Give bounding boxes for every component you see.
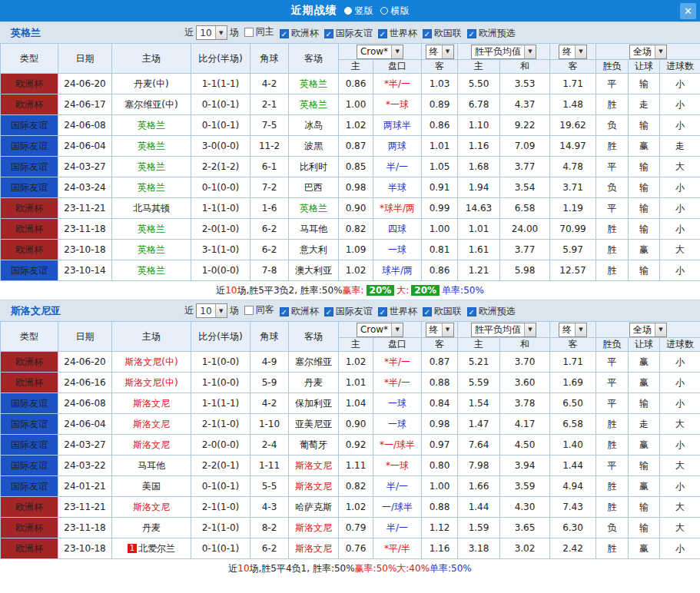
match-row: 欧洲杯23-11-18英格兰2-0(1-0)6-2马耳他0.82四球1.001.…	[1, 219, 700, 240]
layout-radio-vertical[interactable]: 竖版	[344, 5, 373, 18]
recent-count-select[interactable]: 10 ▼	[196, 25, 227, 40]
match-date: 24-03-27	[58, 157, 112, 177]
match-date: 24-06-17	[58, 94, 112, 115]
ah-stage-select[interactable]: 终▼	[426, 45, 454, 59]
ah-handicap: *平/半	[373, 538, 422, 559]
close-button[interactable]: ✕	[680, 3, 696, 19]
score: 0-1(0-1)	[191, 476, 250, 497]
corners: 2-4	[250, 435, 289, 456]
ah-stage-select[interactable]: 终▼	[426, 323, 454, 337]
summary-segment: 近	[216, 284, 225, 297]
odds-away-win: 5.97	[550, 240, 596, 260]
filter-checkbox[interactable]: ✓国际友谊	[324, 27, 373, 40]
filter-checkbox[interactable]: ✓欧国联	[423, 305, 462, 318]
match-type: 欧洲杯	[1, 219, 58, 240]
result-wdl: 负	[596, 518, 629, 538]
section-header: 斯洛文尼亚 近 10 ▼ 场 同客✓欧洲杯✓国际友谊✓世界杯✓欧国联✓欧洲预选	[0, 300, 700, 321]
match-row: 欧洲杯24-06-20丹麦(中)1-1(1-1)4-2英格兰0.86*半/一1.…	[1, 74, 700, 94]
ah-handicap: *一/球半	[373, 435, 422, 456]
result-wdl: 胜	[596, 136, 629, 157]
match-date: 24-06-16	[58, 373, 112, 393]
home-team: 塞尔维亚(中)	[112, 94, 191, 115]
filter-checkbox[interactable]: ✓欧洲杯	[280, 27, 319, 40]
result-goals: 小	[660, 177, 700, 198]
ah-handicap: 四球	[373, 219, 422, 240]
checkbox-checked-icon: ✓	[378, 307, 387, 316]
ah-away-odds: 1.05	[422, 157, 458, 177]
odds-home-win: 5.21	[458, 352, 500, 373]
summary-segment: 赢率:50%	[355, 562, 397, 575]
col-away: 客场	[289, 44, 339, 74]
filter-checkbox[interactable]: ✓欧洲杯	[280, 305, 319, 318]
bookmaker-select[interactable]: Crow*▼	[357, 323, 403, 337]
matches-table: 类型 日期 主场 比分(半场) 角球 客场 Crow*▼ 终▼	[0, 321, 700, 559]
dialog-title: 近期战绩	[291, 4, 337, 18]
match-type: 欧洲杯	[1, 240, 58, 260]
filter-checkbox-label: 同主	[256, 25, 274, 38]
col-type: 类型	[1, 44, 58, 74]
recent-count-select[interactable]: 10 ▼	[196, 303, 227, 318]
odds-draw: 9.22	[500, 115, 550, 136]
away-team: 英格兰	[289, 74, 339, 94]
col-result: 胜负	[596, 338, 629, 352]
filter-checkbox[interactable]: ✓欧国联	[423, 27, 462, 40]
ah-away-odds: 0.86	[422, 260, 458, 281]
odds-away-win: 1.69	[550, 373, 596, 393]
home-team: 英格兰	[112, 219, 191, 240]
home-team: 斯洛文尼	[112, 435, 191, 456]
odds-type-select[interactable]: 胜平负均值▼	[471, 45, 536, 59]
ah-handicap: 一球	[373, 414, 422, 435]
filter-checkbox[interactable]: ✓欧洲预选	[467, 305, 516, 318]
score: 2-2(1-2)	[191, 157, 250, 177]
scope-select[interactable]: 全场▼	[629, 45, 667, 59]
result-goals: 大	[660, 240, 700, 260]
summary-segment: 20%	[411, 285, 440, 296]
filter-checkbox[interactable]: ✓国际友谊	[324, 305, 373, 318]
away-team: 波黑	[289, 136, 339, 157]
odds-type-select[interactable]: 胜平负均值▼	[471, 323, 536, 337]
result-wdl: 平	[596, 393, 629, 414]
home-team: 斯洛文尼(中)	[112, 352, 191, 373]
home-team: 英格兰	[112, 240, 191, 260]
bookmaker-select[interactable]: Crow*▼	[357, 45, 403, 59]
ah-home-odds: 1.11	[339, 456, 373, 476]
ah-home-odds: 0.76	[339, 538, 373, 559]
odds-stage-select[interactable]: 终▼	[559, 323, 587, 337]
result-goals: 小	[660, 435, 700, 456]
layout-radio-horizontal[interactable]: 横版	[380, 5, 410, 18]
ah-handicap: *半/一	[373, 352, 422, 373]
match-date: 23-10-18	[58, 538, 112, 559]
col-ah-away: 客	[422, 338, 458, 352]
chevron-down-icon: ▼	[524, 323, 536, 336]
filter-checkbox[interactable]: 同主	[244, 25, 274, 38]
odds-away-win: 19.62	[550, 115, 596, 136]
away-team: 保加利亚	[289, 393, 339, 414]
radio-horizontal-label: 横版	[391, 5, 410, 18]
away-team: 澳大利亚	[289, 260, 339, 281]
result-handicap: 输	[629, 198, 660, 219]
match-row: 欧洲杯23-10-181北爱尔兰0-1(0-1)6-2斯洛文尼0.76*平/半1…	[1, 538, 700, 559]
filter-checkbox[interactable]: ✓世界杯	[378, 27, 417, 40]
chevron-down-icon: ▼	[655, 45, 666, 58]
ah-handicap: 两球半	[373, 115, 422, 136]
chevron-down-icon: ▼	[575, 45, 586, 58]
summary-bar: 近10场,胜5平3负2, 胜率:50% 赢率:20% 大:20% 单率:50%	[0, 281, 700, 300]
ah-home-odds: 0.85	[339, 157, 373, 177]
filter-checkbox[interactable]: ✓欧洲预选	[467, 27, 516, 40]
filter-checkbox[interactable]: ✓世界杯	[378, 305, 417, 318]
corners: 11-2	[250, 136, 289, 157]
summary-segment: 近	[228, 562, 237, 575]
scope-select[interactable]: 全场▼	[629, 323, 667, 337]
odds-home-win: 1.61	[458, 240, 500, 260]
ah-away-odds: 1.16	[422, 538, 458, 559]
odds-home-win: 1.21	[458, 260, 500, 281]
odds-stage-select[interactable]: 终▼	[559, 45, 587, 59]
match-type: 欧洲杯	[1, 538, 58, 559]
corners: 5-9	[250, 373, 289, 393]
col-home: 主场	[112, 44, 191, 74]
match-type: 欧洲杯	[1, 497, 58, 518]
filter-checkbox[interactable]: 同客	[244, 303, 274, 316]
odds-draw: 3.53	[500, 74, 550, 94]
ah-handicap: *球半/两	[373, 198, 422, 219]
odds-draw: 4.37	[500, 94, 550, 115]
